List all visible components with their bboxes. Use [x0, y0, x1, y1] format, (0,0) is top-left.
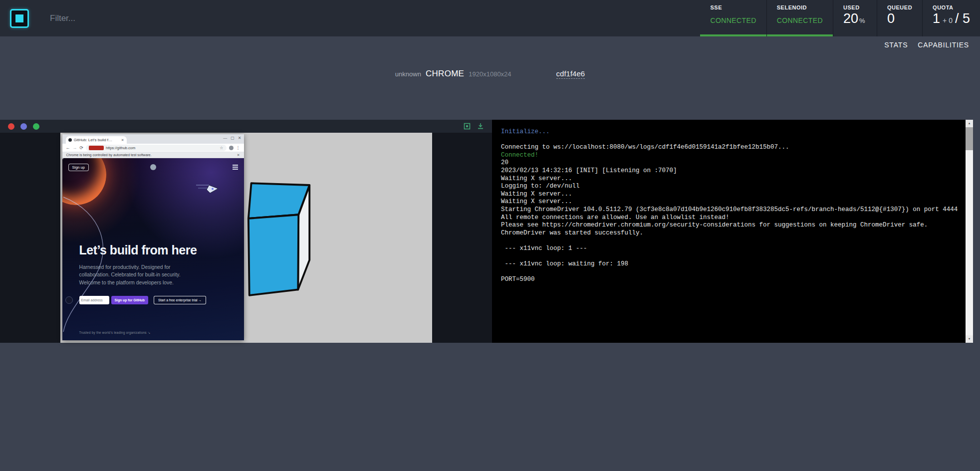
traffic-light-red-icon [8, 123, 14, 130]
log-line: Starting ChromeDriver 104.0.5112.79 (3cf… [501, 206, 961, 214]
remote-tab-title: GitHub: Let's build f… [74, 138, 119, 142]
log-line [501, 268, 961, 276]
session-id-link[interactable]: cdf1f4e6 [556, 69, 585, 79]
stat-selenoid-label: SELENOID [777, 4, 823, 10]
stat-selenoid: SELENOID CONNECTED [766, 0, 833, 36]
status-strip: SSE CONNECTED SELENOID CONNECTED USED 20… [700, 0, 980, 36]
traffic-light-green-icon [33, 123, 39, 130]
session-name: unknown [395, 70, 421, 78]
stat-sse: SSE CONNECTED [700, 0, 766, 36]
log-line: 20 [501, 159, 961, 167]
automation-infobar: Chrome is being controlled by automated … [62, 152, 244, 158]
vnc-window-header [0, 120, 492, 133]
orbit-curve-art [62, 190, 147, 335]
log-line: 2023/02/13 14:32:16 [INIT] [Listening on… [501, 167, 961, 175]
github-hero: Sign up Let’s build from here Harnessed … [62, 158, 244, 340]
browser-back-icon[interactable]: ← [66, 146, 70, 150]
github-logo-icon[interactable] [150, 164, 156, 170]
session-log-panel[interactable]: Initialize... Connecting to ws://localho… [492, 120, 973, 343]
stat-queued: QUEUED 0 [877, 0, 922, 36]
log-scrollbar[interactable]: ▲ ▼ [966, 120, 973, 343]
topbar: SSE CONNECTED SELENOID CONNECTED USED 20… [0, 0, 980, 36]
cube-render [246, 180, 312, 299]
github-signup-button[interactable]: Sign up [68, 164, 89, 171]
window-close-icon[interactable]: ✕ [238, 136, 242, 140]
stat-quota-label: QUOTA [933, 4, 970, 10]
log-line: Connecting to ws://localhost:8080/ws/log… [501, 144, 961, 152]
stat-used-value: 20% [843, 11, 867, 26]
log-line [501, 253, 961, 261]
sse-connected-underline [700, 34, 766, 36]
remote-addressbar: ← → ⟳ https://github.com ☆ ⋮ [62, 144, 244, 152]
selenoid-connected-underline [767, 34, 833, 36]
automation-infobar-text: Chrome is being controlled by automated … [66, 153, 152, 157]
tab-capabilities[interactable]: CAPABILITIES [918, 41, 969, 49]
traffic-light-blue-icon [20, 123, 27, 130]
log-line: Please see https://chromedriver.chromium… [501, 222, 961, 230]
log-line: ChromeDriver was started successfully. [501, 230, 961, 237]
stat-quota-value: 1+ 0/ 5 [933, 11, 970, 26]
log-line [501, 237, 961, 245]
fullscreen-icon[interactable] [464, 123, 471, 130]
github-cta-row: Email address Sign up for GitHub Start a… [79, 296, 207, 304]
tab-stats[interactable]: STATS [884, 41, 908, 49]
tab-close-icon[interactable]: ✕ [121, 138, 124, 142]
stat-used: USED 20% [833, 0, 877, 36]
log-line: Waiting X server... [501, 175, 961, 183]
vnc-panel: GitHub: Let's build f… ✕ — ▢ ✕ ← → ⟳ [0, 120, 492, 343]
browser-forward-icon[interactable]: → [73, 146, 77, 150]
session-screen-resolution: 1920x1080x24 [469, 70, 511, 78]
github-subtext: Harnessed for productivity. Designed for… [79, 263, 185, 286]
log-line: Waiting X server... [501, 198, 961, 206]
url-text: https://github.com [106, 146, 135, 150]
window-maximize-icon[interactable]: ▢ [231, 136, 235, 140]
log-line [501, 136, 961, 144]
session-browser: CHROME [426, 69, 464, 79]
scrollbar-thumb[interactable] [966, 127, 973, 150]
remote-window-controls: — ▢ ✕ [223, 136, 241, 140]
log-line: --- x11vnc loop: 1 --- [501, 245, 961, 253]
stat-quota: QUOTA 1+ 0/ 5 [922, 0, 980, 36]
browser-refresh-icon[interactable]: ⟳ [80, 146, 84, 150]
log-line: Connected! [501, 152, 961, 160]
address-badge [89, 146, 104, 150]
stat-used-suffix: % [859, 17, 865, 24]
infobar-close-icon[interactable]: ✕ [237, 153, 240, 157]
remote-tabstrip: GitHub: Let's build f… ✕ — ▢ ✕ [62, 134, 244, 144]
stat-selenoid-value: CONNECTED [777, 16, 823, 24]
filter-input[interactable] [50, 13, 700, 23]
stat-queued-value: 0 [887, 11, 912, 26]
download-icon[interactable] [477, 123, 484, 130]
session-detail: GitHub: Let's build f… ✕ — ▢ ✕ ← → ⟳ [0, 120, 973, 343]
scrollbar-down-icon[interactable]: ▼ [966, 335, 973, 343]
stat-sse-value: CONNECTED [710, 16, 756, 24]
log-line: Logging to: /dev/null [501, 183, 961, 191]
scrollbar-up-icon[interactable]: ▲ [966, 120, 973, 127]
vnc-actions [464, 123, 484, 130]
nav-tabs: STATS CAPABILITIES [884, 41, 969, 49]
hamburger-menu-icon[interactable] [233, 165, 238, 169]
github-favicon-icon [68, 138, 72, 142]
address-field[interactable]: https://github.com ☆ [86, 145, 226, 151]
window-minimize-icon[interactable]: — [223, 136, 227, 140]
bookmark-star-icon[interactable]: ☆ [220, 146, 223, 150]
selenoid-ui-logo [10, 9, 29, 28]
github-email-input[interactable]: Email address [79, 296, 109, 304]
vnc-screen[interactable]: GitHub: Let's build f… ✕ — ▢ ✕ ← → ⟳ [60, 133, 432, 343]
remote-browser-tab[interactable]: GitHub: Let's build f… ✕ [66, 136, 127, 144]
session-row: unknown CHROME 1920x1080x24 cdf1f4e6 [0, 69, 980, 79]
github-signup-cta-button[interactable]: Sign up for GitHub [111, 296, 148, 304]
log-line: Waiting X server... [501, 191, 961, 199]
code-bubble-icon [65, 296, 73, 304]
log-line: All remote connections are allowed. Use … [501, 214, 961, 222]
browser-menu-icon[interactable]: ⋮ [236, 146, 241, 150]
github-trial-button[interactable]: Start a free enterprise trial → [154, 296, 206, 304]
github-heading: Let’s build from here [79, 243, 197, 257]
logo-inner-square [15, 14, 23, 22]
stat-quota-pending: + 0 [943, 16, 953, 24]
remote-browser-window: GitHub: Let's build f… ✕ — ▢ ✕ ← → ⟳ [62, 134, 244, 340]
log-line: PORT=5900 [501, 276, 961, 284]
stars-art [62, 158, 63, 159]
stat-sse-label: SSE [710, 4, 756, 10]
browser-avatar[interactable] [229, 146, 234, 150]
